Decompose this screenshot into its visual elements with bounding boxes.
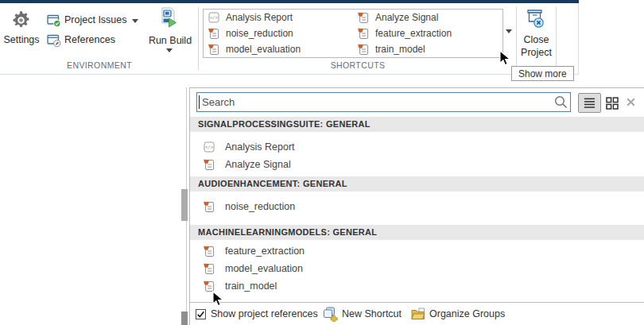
references-label: References xyxy=(64,34,115,45)
shortcut-model-evaluation[interactable]: model_evaluation xyxy=(204,41,353,57)
script-icon xyxy=(208,44,219,55)
project-issues-icon xyxy=(47,14,61,28)
close-project-button[interactable]: Close Project xyxy=(518,5,555,62)
section-header: AUDIOENHANCEMENT: GENERAL xyxy=(190,176,644,192)
shortcut-label: noise_reduction xyxy=(226,28,293,39)
mouse-cursor xyxy=(212,291,223,307)
script-icon xyxy=(204,159,215,170)
script-icon xyxy=(204,263,215,274)
section-header: MACHINELEARNINGMODELS: GENERAL xyxy=(190,225,644,240)
report-icon xyxy=(208,12,219,23)
close-project-icon xyxy=(526,7,545,29)
list-item-label: Analyze Signal xyxy=(225,159,291,170)
grid-view-icon xyxy=(606,97,619,110)
panel-scrollbar-thumb[interactable] xyxy=(181,189,188,221)
environment-group: Settings Project Issues References Run B… xyxy=(0,3,199,74)
shortcut-noise-reduction[interactable]: noise_reduction xyxy=(204,25,353,41)
project-issues-button[interactable]: Project Issues xyxy=(45,12,142,29)
close-panel-icon[interactable] xyxy=(626,97,636,107)
list-view-button[interactable] xyxy=(578,93,601,113)
script-icon xyxy=(358,44,369,55)
new-shortcut-label: New Shortcut xyxy=(342,308,402,319)
project-issues-label: Project Issues xyxy=(64,14,127,25)
close-project-label-line1: Close xyxy=(518,34,555,45)
organize-groups-button[interactable]: Organize Groups xyxy=(411,306,505,322)
list-item-analyze-signal[interactable]: Analyze Signal xyxy=(190,156,644,173)
close-project-group: Close Project xyxy=(517,3,579,74)
section-header: SIGNALPROCESSINGSUITE: GENERAL xyxy=(190,117,644,132)
run-build-icon xyxy=(161,7,177,29)
show-project-references-label: Show project references xyxy=(211,308,318,319)
list-item-feature-extraction[interactable]: feature_extraction xyxy=(190,242,644,260)
shortcut-train-model[interactable]: train_model xyxy=(353,41,502,57)
gear-icon xyxy=(10,10,32,31)
new-shortcut-icon xyxy=(323,307,338,322)
list-item-label: model_evaluation xyxy=(225,263,303,274)
list-item-analysis-report[interactable]: Analysis Report xyxy=(190,138,644,156)
new-shortcut-button[interactable]: New Shortcut xyxy=(323,306,402,322)
shortcuts-group-label: SHORTCUTS xyxy=(199,60,517,70)
shortcut-label: feature_extraction xyxy=(375,28,452,39)
show-more-arrow-icon xyxy=(506,29,512,33)
shortcut-label: train_model xyxy=(375,44,425,55)
search-icon xyxy=(554,95,568,109)
organize-groups-label: Organize Groups xyxy=(429,308,505,319)
script-icon xyxy=(204,281,215,292)
list-item-model-evaluation[interactable]: model_evaluation xyxy=(190,260,644,277)
run-build-dropdown-icon[interactable] xyxy=(166,48,173,52)
list-item-label: feature_extraction xyxy=(225,246,305,257)
footer-divider xyxy=(190,302,644,303)
list-item-noise-reduction[interactable]: noise_reduction xyxy=(190,198,644,215)
shortcut-analysis-report[interactable]: Analysis Report xyxy=(204,10,353,25)
shortcut-analyze-signal[interactable]: Analyze Signal xyxy=(353,10,502,25)
script-icon xyxy=(358,28,369,39)
shortcut-label: model_evaluation xyxy=(226,44,301,55)
mouse-cursor xyxy=(499,50,510,66)
list-item-label: train_model xyxy=(225,281,277,292)
grid-view-button[interactable] xyxy=(604,95,619,110)
references-button[interactable]: References xyxy=(45,32,142,49)
shortcut-label: Analyze Signal xyxy=(375,12,438,23)
show-project-references-toggle[interactable]: Show project references xyxy=(196,306,318,322)
list-item-train-model[interactable]: train_model xyxy=(190,277,644,295)
toolstrip-ribbon: Settings Project Issues References Run B… xyxy=(0,3,579,75)
checkmark-icon xyxy=(196,310,205,319)
search-input[interactable] xyxy=(196,92,571,112)
list-item-label: noise_reduction xyxy=(225,201,295,212)
shortcut-label: Analysis Report xyxy=(226,12,293,23)
group-divider xyxy=(556,7,557,71)
checkbox-checked[interactable] xyxy=(196,309,206,319)
panel-scrollbar-end[interactable] xyxy=(181,311,188,325)
close-project-label-line2: Project xyxy=(518,47,555,58)
list-item-label: Analysis Report xyxy=(225,141,295,153)
settings-button[interactable]: Settings xyxy=(1,6,42,48)
shortcuts-panel: SIGNALPROCESSINGSUITE: GENERAL Analysis … xyxy=(189,87,644,325)
script-icon xyxy=(204,246,215,257)
project-issues-dropdown-icon[interactable] xyxy=(132,19,138,23)
settings-label: Settings xyxy=(1,34,42,45)
report-icon xyxy=(204,141,215,153)
shortcuts-group: Analysis Report noise_reduction model_ev… xyxy=(199,3,517,74)
run-build-label: Run Build xyxy=(148,35,192,46)
shortcut-feature-extraction[interactable]: feature_extraction xyxy=(353,25,502,41)
text-caret xyxy=(199,95,200,109)
references-icon xyxy=(47,33,61,48)
script-icon xyxy=(204,201,215,212)
list-view-icon xyxy=(584,97,596,109)
script-icon xyxy=(208,28,219,39)
organize-groups-icon xyxy=(411,308,425,320)
run-build-button[interactable]: Run Build xyxy=(148,5,192,57)
script-icon xyxy=(358,12,369,23)
screen: Settings Project Issues References Run B… xyxy=(0,0,644,325)
show-more-tooltip: Show more xyxy=(511,66,574,81)
environment-group-label: ENVIRONMENT xyxy=(0,60,199,70)
shortcuts-gallery: Analysis Report noise_reduction model_ev… xyxy=(203,9,503,58)
